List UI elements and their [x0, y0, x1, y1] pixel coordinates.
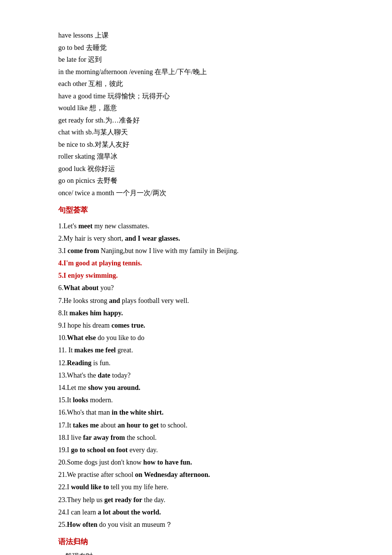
sentence-line: 3.I come from Nanjing,but now I live wit… — [58, 245, 334, 257]
sentence-line: 19.I go to school on foot every day. — [58, 444, 334, 456]
sentence-line: 4.I'm good at playing tennis. — [58, 257, 334, 269]
sentence-line: 10.What else do you like to do — [58, 332, 334, 344]
sentences-section: 1.Let's meet my new classmates.2.My hair… — [58, 220, 334, 531]
sentence-line: 24.I can learn a lot about the world. — [58, 506, 334, 518]
sentence-line: 20.Some dogs just don't know how to have… — [58, 456, 334, 469]
sentence-line: 14.Let me show you around. — [58, 382, 334, 394]
vocab-line: go on picnics 去野餐 — [58, 175, 334, 187]
grammar-section: 语法归纳 一般现在时 1.一般现在时的含义 ★表示现在习惯性、经常性的动作或经常… — [58, 536, 334, 555]
sentence-line: 13.What's the date today? — [58, 369, 334, 382]
sentence-line: 9.I hope his dream comes true. — [58, 319, 334, 332]
vocab-line: each other 互相，彼此 — [58, 78, 334, 90]
sentence-line: 15.It looks modern. — [58, 394, 334, 406]
sentence-line: 5.I enjoy swimming. — [58, 269, 334, 282]
sentence-line: 7.He looks strong and plays football ver… — [58, 295, 334, 307]
sentence-line: 8.It makes him happy. — [58, 307, 334, 319]
vocab-section: have lessons 上课go to bed 去睡觉be late for … — [58, 30, 334, 199]
vocab-line: good luck 祝你好运 — [58, 163, 334, 175]
sentence-line: 2.My hair is very short, and I wear glas… — [58, 232, 334, 245]
sentence-line: 22.I would like to tell you my life here… — [58, 481, 334, 493]
main-content: have lessons 上课go to bed 去睡觉be late for … — [58, 30, 334, 555]
vocab-line: once/ twice a month 一个月一次/两次 — [58, 187, 334, 200]
sentence-line: 6.What about you? — [58, 282, 334, 294]
vocab-line: in the morning/afternoon /evening 在早上/下午… — [58, 66, 334, 79]
grammar-subtitle: 一般现在时 — [58, 551, 334, 555]
vocab-line: roller skating 溜旱冰 — [58, 151, 334, 163]
vocab-line: go to bed 去睡觉 — [58, 42, 334, 54]
vocab-line: be nice to sb.对某人友好 — [58, 139, 334, 151]
sentence-line: 25.How often do you visit an museum？ — [58, 518, 334, 531]
sentence-line: 17.It takes me about an hour to get to s… — [58, 419, 334, 431]
vocab-line: have a good time 玩得愉快；玩得开心 — [58, 90, 334, 103]
sentence-line: 16.Who's that man in the white shirt. — [58, 406, 334, 419]
vocab-line: would like 想，愿意 — [58, 102, 334, 115]
grammar-section-title: 语法归纳 — [58, 536, 334, 549]
sentence-line: 12.Reading is fun. — [58, 357, 334, 369]
vocab-line: have lessons 上课 — [58, 30, 334, 42]
sentence-line: 18.I live far away from the school. — [58, 431, 334, 444]
sentence-section-title: 句型荟萃 — [58, 204, 334, 217]
sentence-line: 1.Let's meet my new classmates. — [58, 220, 334, 232]
vocab-line: be late for 迟到 — [58, 54, 334, 66]
sentence-line: 11. It makes me feel great. — [58, 344, 334, 356]
sentence-line: 21.We practise after school on Wednesday… — [58, 469, 334, 481]
vocab-line: chat with sb.与某人聊天 — [58, 127, 334, 139]
sentence-line: 23.They help us get ready for the day. — [58, 494, 334, 506]
vocab-line: get ready for sth.为…准备好 — [58, 115, 334, 127]
